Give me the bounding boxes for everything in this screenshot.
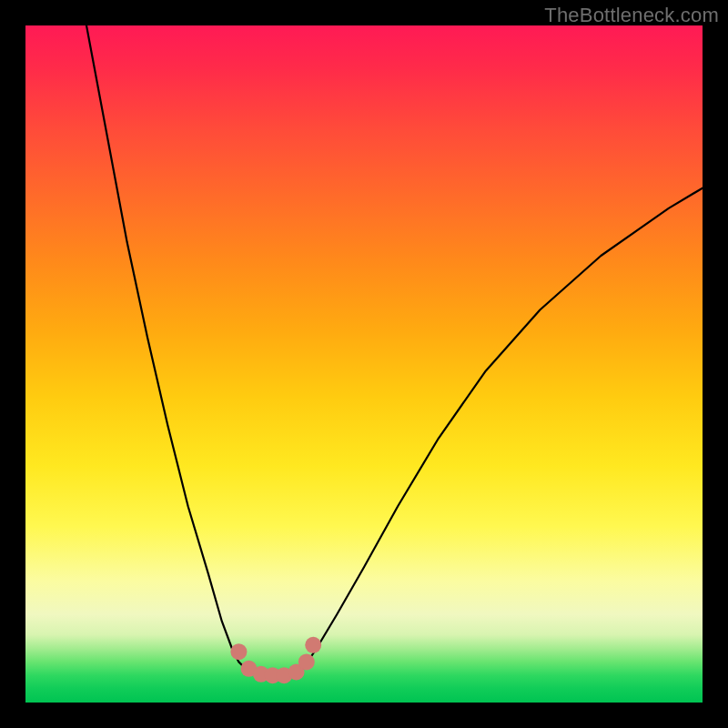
watermark-text: TheBottleneck.com xyxy=(544,4,719,27)
curve-left-branch xyxy=(86,25,246,669)
outer-frame: TheBottleneck.com xyxy=(0,0,728,728)
curve-right-branch xyxy=(303,188,703,669)
curve-layer xyxy=(86,25,703,675)
highlight-marker xyxy=(305,637,321,653)
marker-layer xyxy=(230,637,321,683)
plot-area xyxy=(25,25,703,703)
highlight-marker xyxy=(230,643,247,660)
chart-svg xyxy=(25,25,703,703)
highlight-marker xyxy=(298,653,315,670)
